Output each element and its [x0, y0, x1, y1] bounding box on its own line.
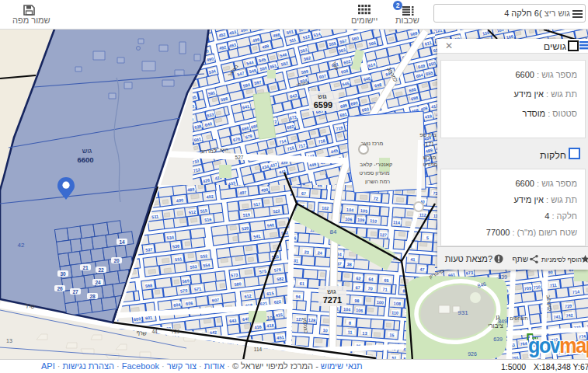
svg-text:14: 14 [119, 239, 125, 245]
svg-text:13: 13 [6, 338, 12, 343]
svg-text:גוש: גוש [82, 147, 92, 155]
svg-text:ציבורי: ציבורי [488, 322, 503, 329]
svg-text:ספורט: ספורט [423, 162, 438, 167]
svg-text:639: 639 [493, 336, 503, 342]
svg-text:רמת השרון: רמת השרון [365, 179, 390, 184]
svg-text:42: 42 [18, 242, 25, 249]
svg-text:-171: -171 [423, 141, 434, 147]
svg-text:839: 839 [498, 274, 507, 280]
svg-text:926: 926 [468, 351, 477, 357]
svg-text:תשחפים: תשחפים [510, 315, 527, 321]
svg-text:527: 527 [235, 155, 244, 160]
svg-text:28: 28 [89, 294, 96, 299]
svg-text:27: 27 [72, 289, 78, 295]
svg-text:גן: גן [496, 314, 500, 321]
svg-text:21: 21 [82, 265, 89, 270]
svg-text:מרכז נוער: מרכז נוער [361, 141, 384, 146]
svg-text:20: 20 [113, 258, 120, 263]
svg-text:84: 84 [330, 228, 337, 235]
svg-text:מועדון ספורט: מועדון ספורט [359, 170, 389, 176]
svg-text:931: 931 [458, 309, 468, 316]
svg-text:מגרש: מגרש [423, 155, 437, 160]
svg-text:6600: 6600 [77, 155, 93, 164]
svg-text:44: 44 [151, 329, 158, 334]
svg-text:22: 22 [98, 267, 104, 273]
svg-text:101: 101 [266, 315, 276, 321]
svg-text:גוש: גוש [327, 288, 336, 295]
svg-text:26: 26 [57, 286, 63, 291]
svg-text:24: 24 [95, 280, 101, 285]
svg-text:גוש: גוש [318, 93, 327, 100]
svg-text:7271: 7271 [323, 295, 342, 305]
svg-text:114: 114 [254, 347, 263, 352]
svg-text:קאנטרי- קלאב: קאנטרי- קלאב [360, 162, 392, 167]
svg-text:729: 729 [172, 329, 180, 334]
svg-text:6599: 6599 [314, 100, 332, 110]
svg-text:30: 30 [60, 271, 66, 277]
svg-text:בית ספ: בית ספ [419, 132, 436, 138]
svg-text:האצ״ל: האצ״ל [214, 147, 228, 153]
